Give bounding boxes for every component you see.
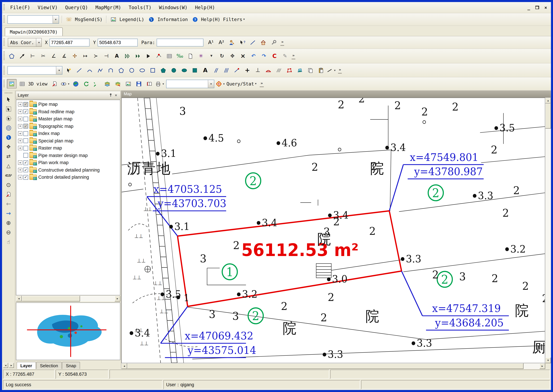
globe-icon[interactable]: [71, 79, 81, 89]
msgsend-label[interactable]: MsgSend(S): [75, 17, 103, 22]
cross-plus-icon[interactable]: +: [242, 65, 252, 75]
scroll-right-icon[interactable]: ►: [539, 363, 545, 369]
scale-combo-input[interactable]: [166, 80, 208, 88]
shapes-overflow-chevron[interactable]: »: [338, 67, 342, 74]
ellipse-filled-icon[interactable]: [179, 65, 189, 75]
back-arrow-icon[interactable]: ←: [3, 199, 14, 209]
legend-label[interactable]: Legend(L): [119, 17, 144, 22]
info-tool-icon[interactable]: i: [3, 133, 14, 142]
expand-icon[interactable]: +: [18, 146, 22, 150]
scroll-thumb[interactable]: [127, 363, 524, 369]
clock-icon[interactable]: ⊙: [3, 180, 14, 189]
layer-checkbox[interactable]: ✓: [23, 109, 28, 114]
map-vertical-scrollbar[interactable]: ▲ ▼: [545, 98, 551, 363]
layer-horizontal-scrollbar[interactable]: ◄ ►: [16, 296, 120, 301]
layer-checkbox[interactable]: ✓: [23, 168, 28, 172]
expand-icon[interactable]: +: [18, 168, 22, 172]
area-measure-icon[interactable]: 415²: [3, 171, 14, 180]
chevron-down-icon[interactable]: ▼: [53, 15, 59, 23]
grid-edit-icon[interactable]: [165, 51, 174, 61]
multi-lines-icon[interactable]: [221, 65, 231, 75]
line-style-icon[interactable]: ▼: [326, 65, 336, 75]
locate-target-icon[interactable]: ▼: [216, 79, 226, 89]
menu-query[interactable]: Query(Q): [61, 5, 92, 10]
cursor-query-icon[interactable]: ?: [237, 38, 247, 47]
more-drop-icon[interactable]: ▼: [207, 51, 216, 61]
chevron-down-icon[interactable]: ▼: [208, 80, 214, 88]
step-outline-icon[interactable]: [122, 51, 132, 61]
refresh-c-icon[interactable]: C: [270, 51, 279, 61]
layer-label[interactable]: Raster map: [38, 146, 62, 151]
pentagon-filled-icon[interactable]: [158, 65, 168, 75]
angle-draw-icon[interactable]: ∠: [49, 51, 59, 61]
layer-checkbox[interactable]: [23, 146, 28, 151]
layer-label[interactable]: Pipe map: [38, 102, 58, 107]
star-tool-icon[interactable]: ✳: [196, 51, 206, 61]
scroll-thumb[interactable]: [22, 296, 80, 301]
menu-view[interactable]: View(V): [34, 5, 61, 10]
cut-line-icon[interactable]: ✂: [38, 51, 48, 61]
menu-help[interactable]: Help(H): [191, 5, 219, 10]
x-coordinate-input[interactable]: [49, 38, 89, 46]
para-input[interactable]: [157, 38, 204, 46]
angle-mark-icon[interactable]: ∡: [59, 51, 69, 61]
layer-checkbox[interactable]: ✓: [23, 160, 28, 165]
ratio-icon[interactable]: ‰: [175, 51, 185, 61]
draw-overflow-chevron[interactable]: »: [292, 53, 295, 59]
print-icon[interactable]: ▼: [155, 79, 165, 89]
layer-checkbox[interactable]: ✓: [23, 102, 28, 107]
expand-icon[interactable]: +: [18, 124, 22, 128]
layer-label[interactable]: Pipe master design map: [38, 153, 88, 158]
layer-label[interactable]: Plan work map: [38, 160, 69, 165]
layer-checkbox[interactable]: [23, 139, 28, 143]
scale-combo[interactable]: ▼: [166, 79, 214, 88]
layer-checkbox[interactable]: ✓: [23, 124, 28, 129]
expand-icon[interactable]: +: [18, 110, 22, 114]
refresh-layer-icon[interactable]: [92, 79, 102, 89]
map-canvas[interactable]: 56112.53 m²x=47053.125y=43703.703x=47549…: [121, 98, 545, 363]
text-along-line-icon[interactable]: A: [112, 51, 122, 61]
scroll-up-icon[interactable]: ▲: [545, 98, 551, 103]
arc-icon[interactable]: [85, 65, 95, 75]
line-node-icon[interactable]: [232, 65, 242, 75]
refresh-icon[interactable]: [81, 79, 91, 89]
expand-icon[interactable]: +: [18, 102, 22, 107]
tab-snap[interactable]: Snap: [62, 362, 80, 369]
information-icon[interactable]: i: [147, 14, 157, 24]
layer-label[interactable]: Special plan map: [38, 138, 73, 143]
layer-checkbox[interactable]: ✓: [23, 175, 28, 180]
strip-scroll-right-icon[interactable]: ►: [9, 363, 14, 368]
expand-icon[interactable]: +: [18, 175, 22, 180]
map-image-icon[interactable]: [124, 79, 133, 89]
filters-label[interactable]: Filters▼: [223, 17, 245, 22]
save-icon[interactable]: [134, 79, 144, 89]
ellipse-outline-icon[interactable]: [137, 65, 147, 75]
swap-offset-icon[interactable]: ⇄: [3, 152, 14, 161]
pan-hand-icon[interactable]: ☝: [3, 237, 14, 246]
layer-label[interactable]: Topographic map: [38, 124, 73, 129]
zoom-in-icon[interactable]: ⊕: [3, 218, 14, 228]
text-a-icon[interactable]: A: [200, 65, 210, 75]
menu-tools[interactable]: Tools(T): [125, 5, 155, 10]
chevron-down-icon[interactable]: ▼: [36, 38, 41, 46]
select-flash-icon[interactable]: [64, 65, 74, 75]
help-icon[interactable]: ?: [190, 14, 200, 24]
export-map-icon[interactable]: [50, 79, 60, 89]
layer-checkbox[interactable]: [23, 153, 28, 158]
book-icon[interactable]: [145, 79, 154, 89]
trim-line-icon[interactable]: ≻: [91, 51, 101, 61]
chevron-down-icon[interactable]: ▼: [56, 66, 62, 74]
quick-combo-input[interactable]: [8, 15, 53, 23]
view-3d-label[interactable]: 3D view: [28, 81, 48, 86]
mound-icon[interactable]: [263, 65, 273, 75]
select-box-icon[interactable]: [3, 105, 14, 114]
user-edit-icon[interactable]: [227, 38, 237, 47]
scroll-down-icon[interactable]: ▼: [545, 357, 551, 363]
view-overflow-chevron[interactable]: »: [260, 80, 264, 87]
style-combo-input[interactable]: [8, 66, 56, 74]
circle-filled-icon[interactable]: [169, 65, 179, 75]
toolbar-item[interactable]: ◄►: [3, 363, 14, 368]
hatch-icon[interactable]: [274, 65, 284, 75]
scroll-right-icon[interactable]: ►: [115, 296, 120, 301]
coord-mode-combo[interactable]: Abs Coor. ▼: [8, 38, 42, 47]
